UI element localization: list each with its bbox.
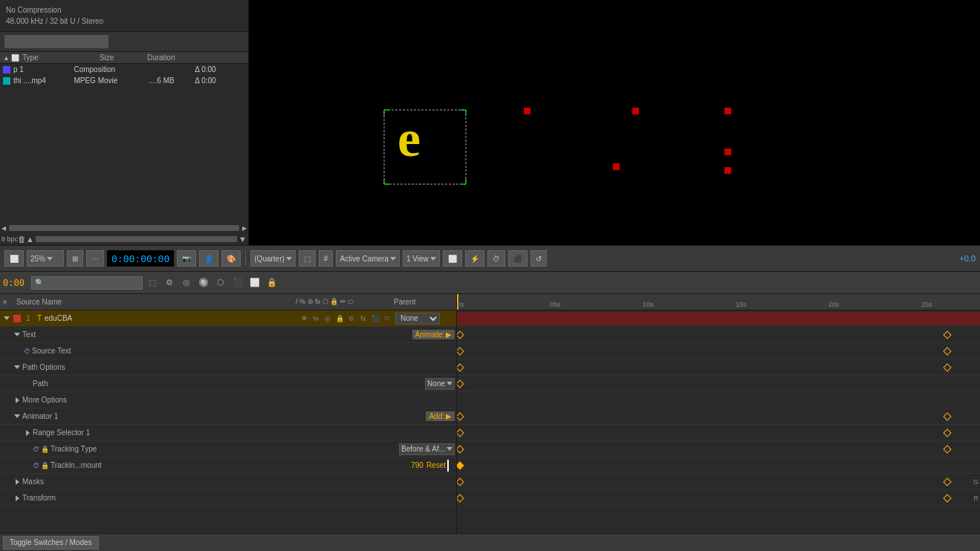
keyframe-transform-r[interactable] xyxy=(943,494,951,502)
transform-expand[interactable] xyxy=(12,493,22,503)
path-dropdown[interactable]: None xyxy=(425,378,455,390)
keyframe-text-left[interactable] xyxy=(457,330,464,339)
keyframe-range-r[interactable] xyxy=(943,428,951,437)
timeline-search-input[interactable] xyxy=(31,276,143,290)
col-source-header: Source Name xyxy=(16,298,294,306)
fast-preview-btn[interactable]: ⚡ xyxy=(465,250,484,267)
keyframe-transform-l[interactable] xyxy=(457,494,464,502)
keyframe-source-left[interactable] xyxy=(457,347,464,355)
reset-3d-btn[interactable]: ↺ xyxy=(530,250,547,267)
keyframe-path-l[interactable] xyxy=(457,379,464,388)
timeline-render-btn[interactable]: ⬚ xyxy=(145,276,160,290)
keyframe-masks-r[interactable] xyxy=(943,477,951,486)
tracking-type-dropdown[interactable]: Before & Af... xyxy=(399,443,455,455)
tracking-type-lock-icon[interactable]: 🔒 xyxy=(41,446,49,453)
timeline-solo-btn[interactable]: ◎ xyxy=(179,276,194,290)
path-options-expand[interactable] xyxy=(12,362,22,373)
layer-expand-1[interactable] xyxy=(1,313,12,324)
quality-dropdown[interactable]: (Quarter) xyxy=(250,250,296,267)
sort-up-icon[interactable]: ▲ xyxy=(3,54,10,62)
audio-icon[interactable]: % xyxy=(311,313,321,324)
layer-row-1[interactable]: 1 T eduCBA 👁 % ◎ 🔒 ⊘ fx ⬛ ⬭ xyxy=(0,310,456,327)
scroll-up-btn[interactable]: ▲ xyxy=(26,235,34,244)
source-text-stopwatch[interactable]: ⏱ xyxy=(24,348,30,355)
track-row-tracking-type xyxy=(457,441,980,457)
tracking-type-chevron xyxy=(447,447,452,451)
keyframe-animator-l[interactable] xyxy=(457,412,464,420)
tracking-type-stopwatch[interactable]: ⏱ xyxy=(33,446,39,453)
fx-icon[interactable]: fx xyxy=(358,313,369,324)
preview-panel: e xyxy=(249,0,980,245)
timecode-display[interactable]: 0:00:00:00 xyxy=(107,250,174,267)
keyframe-range-l[interactable] xyxy=(457,428,464,437)
more-options-expand[interactable] xyxy=(12,395,22,405)
camera-snap-btn[interactable]: 📷 xyxy=(177,250,196,267)
3d-icon[interactable]: ⬛ xyxy=(370,313,380,324)
color-btn[interactable]: 🎨 xyxy=(221,250,241,267)
filter-icon[interactable]: ⬜ xyxy=(11,54,19,62)
region-btn[interactable]: ⬚ xyxy=(299,250,316,267)
keyframe-masks-l[interactable] xyxy=(457,477,464,486)
lock-icon[interactable]: 🔒 xyxy=(334,313,345,324)
keyframe-tracking-amount[interactable] xyxy=(457,461,464,469)
keyframe-path-opts-r[interactable] xyxy=(943,363,951,371)
fit-btn[interactable]: ⊞ xyxy=(67,250,83,267)
text-expand[interactable] xyxy=(12,330,22,340)
timeline-settings-btn[interactable]: ⚙ xyxy=(162,276,177,290)
motion-blur-icon[interactable]: ⬭ xyxy=(382,313,392,324)
add-btn[interactable]: Add: ▶ xyxy=(426,411,455,421)
solo-icon[interactable]: ◎ xyxy=(322,313,333,324)
maximize-btn[interactable]: ⬜ xyxy=(4,250,24,267)
timeline-motion-btn[interactable]: 🔘 xyxy=(196,276,211,290)
project-item-movie[interactable]: thi ....mp4 MPEG Movie ....6 MB Δ 0:00 xyxy=(0,75,248,86)
timeline-adj-btn[interactable]: ⬡ xyxy=(213,276,228,290)
visibility-icon[interactable]: 👁 xyxy=(299,313,309,324)
layer-name-1[interactable]: eduCBA xyxy=(45,314,299,322)
quality-label: (Quarter) xyxy=(254,255,285,263)
render-btn[interactable]: ⬜ xyxy=(443,250,462,267)
project-item-composition[interactable]: p 1 Composition Δ 0:00 xyxy=(0,64,248,75)
timeline-lock-btn[interactable]: 🔒 xyxy=(265,276,279,290)
animator-expand[interactable] xyxy=(12,411,22,422)
scroll-left-btn[interactable]: ◀ xyxy=(1,225,6,232)
toggle-switches-btn[interactable]: Toggle Switches / Modes xyxy=(3,536,99,550)
camera-dropdown[interactable]: Active Camera xyxy=(336,250,400,267)
prop-path-options: Path Options xyxy=(0,359,456,376)
trash-icon[interactable]: 🗑 xyxy=(18,235,26,244)
viewer-lock-btn[interactable]: 👤 xyxy=(199,250,218,267)
masks-expand[interactable] xyxy=(12,477,22,487)
keyframe-source-right[interactable] xyxy=(943,347,951,355)
project-search-input[interactable] xyxy=(4,35,108,48)
item-dur-movie: Δ 0:00 xyxy=(195,76,245,85)
scroll-right-btn[interactable]: ▶ xyxy=(242,225,247,232)
collapse-icon[interactable]: ⊘ xyxy=(346,313,357,324)
timeline-guide-btn[interactable]: ⬜ xyxy=(247,276,262,290)
time-ruler[interactable]: 0s 05s 10s 15s 20s 25s xyxy=(457,294,980,310)
tracking-amount-stopwatch[interactable]: ⏱ xyxy=(33,462,39,469)
parent-select-1[interactable]: None xyxy=(395,313,440,325)
prop-range-selector-1: Range Selector 1 xyxy=(0,425,456,441)
animate-btn[interactable]: Animate: ▶ xyxy=(412,330,455,339)
range-expand[interactable] xyxy=(22,428,33,438)
tracking-amount-lock-icon[interactable]: 🔒 xyxy=(41,462,49,469)
keyframe-text-right[interactable] xyxy=(943,330,951,339)
timeline-3d-btn[interactable]: ⬛ xyxy=(230,276,245,290)
camera-label: Active Camera xyxy=(340,255,389,263)
grid-btn[interactable]: # xyxy=(319,250,334,267)
layer-label-1 xyxy=(13,315,21,322)
scroll-down-btn[interactable]: ▼ xyxy=(238,235,247,244)
view-dropdown[interactable]: 1 View xyxy=(403,250,440,267)
3d-view-btn[interactable]: ⬛ xyxy=(508,250,528,267)
timeline-sync-btn[interactable]: ⏱ xyxy=(487,250,505,267)
zoom-dropdown[interactable]: 25% xyxy=(27,250,64,267)
track-row-path xyxy=(457,376,980,392)
col-type-header: Type xyxy=(22,53,97,62)
reset-button[interactable]: Reset xyxy=(426,461,446,469)
item-size-movie: ....6 MB xyxy=(149,76,192,85)
pixels-btn[interactable]: ⋯ xyxy=(86,250,104,267)
keyframe-tracking-type-r[interactable] xyxy=(943,445,951,453)
composition-icon xyxy=(3,66,10,74)
keyframe-path-opts-l[interactable] xyxy=(457,363,464,371)
keyframe-animator-r[interactable] xyxy=(943,412,951,420)
keyframe-tracking-type-l[interactable] xyxy=(457,445,464,453)
